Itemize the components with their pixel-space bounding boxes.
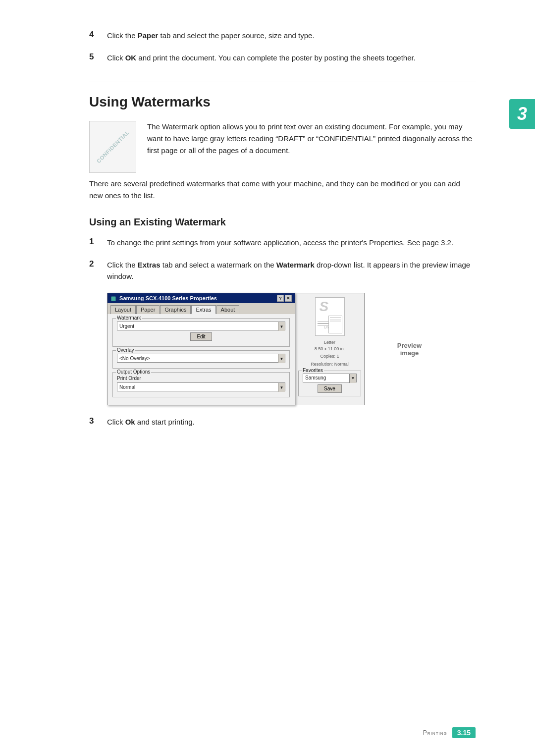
tab-layout[interactable]: Layout: [110, 305, 136, 314]
substep-3: 3 Click Ok and start printing.: [89, 416, 476, 428]
tab-paper[interactable]: Paper: [136, 305, 160, 314]
intro-section: CONFIDENTIAL The Watermark option allows…: [89, 121, 476, 178]
watermark-edit-row: Edit: [117, 332, 285, 341]
dialog-titlebar: Samsung SCX-4100 Series Properties ? ✕: [107, 293, 295, 303]
subsection-title: Using an Existing Watermark: [89, 216, 476, 228]
section-divider: [89, 82, 476, 82]
preview-resolution: Resolution: Normal: [311, 361, 349, 368]
step-4: 4 Click the Paper tab and select the pap…: [89, 30, 476, 41]
dialog-body: Watermark Urgent ▼ Edit Ov: [107, 314, 295, 405]
substep-1-text: To change the print settings from your s…: [107, 237, 453, 248]
step-5-number: 5: [89, 52, 107, 62]
footer-printing-label: Printing: [423, 729, 447, 736]
overlay-select-row: <No Overlay> ▼: [117, 354, 285, 363]
save-button-row: Save: [303, 384, 357, 393]
thumb-line-2: [330, 319, 341, 320]
thumb-line-3: [330, 321, 341, 322]
section-title: Using Watermarks: [89, 94, 476, 110]
page: 3 4 Click the Paper tab and select the p…: [0, 0, 535, 756]
dialog-title-text: Samsung SCX-4100 Series Properties: [110, 295, 217, 302]
dialog-box: Samsung SCX-4100 Series Properties ? ✕ L…: [107, 293, 295, 405]
substep-1-number: 1: [89, 237, 107, 247]
favorites-group-label: Favorites: [302, 368, 324, 373]
svg-rect-0: [111, 296, 116, 301]
dialog-container: Samsung SCX-4100 Series Properties ? ✕ L…: [107, 293, 476, 405]
chapter-number: 3: [517, 104, 527, 124]
intro-paragraph-1: The Watermark option allows you to print…: [89, 121, 476, 157]
watermark-group: Watermark Urgent ▼ Edit: [112, 318, 290, 347]
overlay-dropdown-arrow[interactable]: ▼: [278, 354, 285, 363]
overlay-group: Overlay <No Overlay> ▼: [112, 350, 290, 369]
preview-thumbnail: [328, 316, 342, 333]
footer-page-number: 3.15: [452, 727, 476, 738]
favorites-group: Favorites Samsung ▼ Save: [298, 371, 361, 396]
preview-page: S Urgent: [315, 297, 345, 336]
watermark-select[interactable]: Urgent ▼: [117, 322, 285, 330]
step-5-text: Click OK and print the document. You can…: [107, 52, 416, 63]
print-order-label: Print Order: [117, 376, 285, 381]
dialog-help-btn[interactable]: ?: [277, 295, 284, 302]
dialog-tabs: Layout Paper Graphics Extras About: [107, 303, 295, 314]
preview-copies: Copies: 1: [320, 353, 339, 360]
save-button[interactable]: Save: [318, 384, 342, 393]
intro-paragraph-2: There are several predefined watermarks …: [89, 178, 476, 202]
print-order-value: Normal: [118, 384, 136, 390]
print-order-dropdown-arrow[interactable]: ▼: [278, 383, 285, 392]
dialog-wrapper: Samsung SCX-4100 Series Properties ? ✕ L…: [107, 293, 365, 405]
chapter-tab: 3: [509, 99, 535, 129]
thumb-line-1: [330, 317, 341, 318]
page-footer: Printing 3.15: [423, 727, 476, 738]
substep-2-text: Click the Extras tab and select a waterm…: [107, 259, 476, 282]
dialog-titlebar-buttons[interactable]: ? ✕: [277, 295, 292, 302]
substep-3-text: Click Ok and start printing.: [107, 416, 195, 428]
watermark-dropdown-arrow[interactable]: ▼: [278, 322, 285, 331]
step-4-text: Click the Paper tab and select the paper…: [107, 30, 315, 41]
substep-3-number: 3: [89, 416, 107, 426]
dialog-close-btn[interactable]: ✕: [285, 295, 292, 302]
preview-image-callout: Preview image: [397, 342, 422, 357]
overlay-value: <No Overlay>: [118, 356, 151, 361]
print-order-select-row: Normal ▼: [117, 382, 285, 391]
substep-2: 2 Click the Extras tab and select a wate…: [89, 259, 476, 282]
edit-button[interactable]: Edit: [190, 332, 212, 341]
step-4-number: 4: [89, 30, 107, 40]
output-options-group: Output Options Print Order Normal ▼: [112, 372, 290, 397]
favorites-select[interactable]: Samsung ▼: [303, 374, 357, 382]
substep-2-number: 2: [89, 259, 107, 269]
favorites-value: Samsung: [304, 375, 327, 380]
print-order-select[interactable]: Normal ▼: [117, 382, 285, 391]
watermark-group-label: Watermark: [116, 315, 142, 321]
preview-paper-size: Letter8.50 x 11.00 in.: [315, 339, 345, 352]
preview-watermark-letter: S: [320, 299, 329, 315]
output-options-label: Output Options: [116, 369, 151, 375]
preview-panel: S Urgent Letter8.50 x 11.00 in. Copies: …: [295, 293, 365, 405]
tab-graphics[interactable]: Graphics: [160, 305, 191, 314]
step-5: 5 Click OK and print the document. You c…: [89, 52, 476, 63]
overlay-group-label: Overlay: [116, 347, 135, 353]
tab-extras[interactable]: Extras: [191, 305, 215, 314]
substep-1: 1 To change the print settings from your…: [89, 237, 476, 248]
favorites-dropdown-arrow[interactable]: ▼: [349, 374, 356, 383]
tab-about[interactable]: About: [216, 305, 240, 314]
watermark-select-row: Urgent ▼: [117, 322, 285, 330]
watermark-value: Urgent: [118, 324, 135, 329]
watermark-example-text: CONFIDENTIAL: [95, 129, 130, 164]
watermark-example-image: CONFIDENTIAL: [89, 121, 136, 173]
top-steps: 4 Click the Paper tab and select the pap…: [89, 30, 476, 64]
overlay-select[interactable]: <No Overlay> ▼: [117, 354, 285, 363]
